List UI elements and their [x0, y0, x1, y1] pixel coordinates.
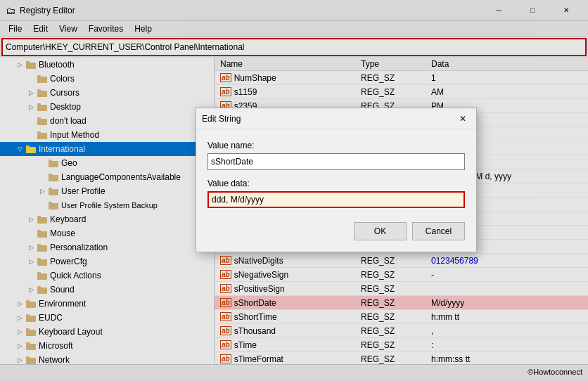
edit-string-dialog: Edit String ✕ Value name: Value data: OK…	[196, 108, 477, 252]
dialog-overlay: Edit String ✕ Value name: Value data: OK…	[0, 0, 588, 381]
value-name-label: Value name:	[207, 141, 465, 150]
dialog-body: Value name: Value data: OK Cancel	[196, 129, 476, 252]
ok-button[interactable]: OK	[354, 222, 407, 240]
value-name-input[interactable]	[207, 153, 465, 170]
value-data-label: Value data:	[207, 179, 465, 188]
dialog-close-button[interactable]: ✕	[455, 111, 471, 127]
dialog-title: Edit String	[202, 114, 241, 124]
cancel-button[interactable]: Cancel	[412, 222, 465, 240]
value-data-input[interactable]	[207, 191, 465, 208]
dialog-title-bar: Edit String ✕	[196, 108, 476, 129]
dialog-buttons: OK Cancel	[207, 222, 465, 240]
